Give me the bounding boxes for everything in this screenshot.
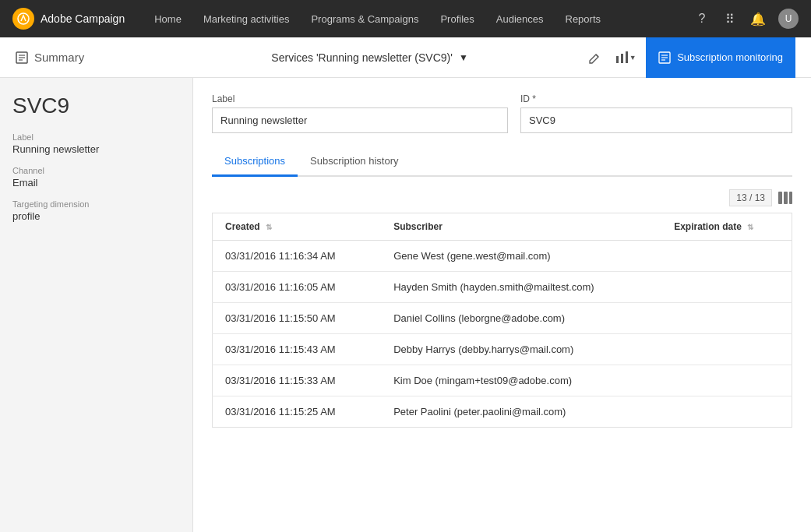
table-row[interactable]: 03/31/2016 11:16:34 AM Gene West (gene.w… — [213, 241, 792, 272]
id-field-label: ID * — [520, 93, 792, 104]
nav-audiences[interactable]: Audiences — [485, 0, 555, 37]
nav-reports[interactable]: Reports — [555, 0, 612, 37]
tab-subscription-history[interactable]: Subscription history — [298, 149, 411, 177]
cell-created: 03/31/2016 11:16:05 AM — [213, 272, 382, 303]
subscription-monitoring-label: Subscription monitoring — [677, 51, 783, 63]
svg-rect-13 — [778, 192, 782, 204]
sidebar: SVC9 Label Running newsletter Channel Em… — [0, 78, 193, 532]
nav-home[interactable]: Home — [143, 0, 192, 37]
pagination-info: 13 / 13 — [729, 189, 772, 206]
help-icon[interactable]: ? — [694, 11, 710, 26]
cell-subscriber: Daniel Collins (leborgne@adobe.com) — [381, 303, 661, 334]
sidebar-targeting-field: Targeting dimension profile — [12, 199, 180, 222]
page-header: Summary Services 'Running newsletter (SV… — [0, 37, 811, 78]
label-input[interactable] — [212, 107, 508, 133]
page-title-area: Summary — [16, 51, 156, 64]
main-content: Label ID * Subscriptions Subscription hi… — [193, 78, 811, 532]
app-name: Adobe Campaign — [41, 12, 125, 25]
table-row[interactable]: 03/31/2016 11:15:25 AM Peter Paolini (pe… — [213, 396, 792, 428]
header-actions: ▼ Subscription monitoring — [584, 37, 795, 78]
service-title-area: Services 'Running newsletter (SVC9)' ▼ — [156, 51, 584, 64]
cell-subscriber: Hayden Smith (hayden.smith@mailtest.com) — [381, 272, 661, 303]
svg-line-5 — [596, 55, 598, 57]
cell-created: 03/31/2016 11:16:34 AM — [213, 241, 382, 272]
main-layout: SVC9 Label Running newsletter Channel Em… — [0, 78, 811, 532]
table-row[interactable]: 03/31/2016 11:15:33 AM Kim Doe (mingam+t… — [213, 365, 792, 396]
sidebar-label-value: Running newsletter — [12, 143, 180, 155]
cell-subscriber: Gene West (gene.west@mail.com) — [381, 241, 661, 272]
summary-icon — [16, 51, 28, 64]
sort-expiration-icon: ⇅ — [747, 223, 753, 231]
chart-icon[interactable]: ▼ — [615, 47, 636, 69]
subscription-monitoring-button[interactable]: Subscription monitoring — [646, 37, 795, 78]
svg-rect-7 — [621, 54, 623, 63]
cell-created: 03/31/2016 11:15:43 AM — [213, 334, 382, 365]
app-logo[interactable]: Adobe Campaign — [12, 8, 125, 30]
table-toolbar: 13 / 13 — [212, 189, 792, 206]
monitoring-icon — [658, 51, 671, 64]
column-config-button[interactable] — [778, 192, 792, 204]
nav-programs[interactable]: Programs & Campaigns — [300, 0, 429, 37]
service-dropdown-icon[interactable]: ▼ — [459, 52, 468, 63]
col-created[interactable]: Created ⇅ — [213, 213, 382, 241]
nav-marketing[interactable]: Marketing activities — [192, 0, 301, 37]
sidebar-label-field: Label Running newsletter — [12, 132, 180, 155]
edit-button[interactable] — [584, 47, 605, 69]
tab-subscriptions[interactable]: Subscriptions — [212, 149, 298, 177]
col-subscriber: Subscriber — [381, 213, 661, 241]
cell-created: 03/31/2016 11:15:33 AM — [213, 365, 382, 396]
service-title: Services 'Running newsletter (SVC9)' — [271, 51, 453, 64]
svg-rect-14 — [784, 192, 788, 204]
sidebar-channel-field: Channel Email — [12, 166, 180, 188]
nav-profiles[interactable]: Profiles — [429, 0, 485, 37]
sidebar-channel-value: Email — [12, 177, 180, 188]
cell-expiration — [661, 303, 792, 334]
sidebar-channel-header: Channel — [12, 166, 180, 175]
label-field-label: Label — [212, 93, 508, 104]
user-avatar[interactable]: U — [778, 9, 799, 29]
cell-subscriber: Peter Paolini (peter.paolini@mail.com) — [381, 396, 661, 428]
sidebar-label-header: Label — [12, 132, 180, 142]
svg-rect-8 — [626, 51, 628, 63]
col-expiration[interactable]: Expiration date ⇅ — [661, 213, 792, 241]
cell-created: 03/31/2016 11:15:50 AM — [213, 303, 382, 334]
svg-rect-15 — [789, 192, 792, 204]
sidebar-targeting-header: Targeting dimension — [12, 199, 180, 209]
tab-bar: Subscriptions Subscription history — [212, 149, 792, 177]
logo-icon — [12, 8, 34, 30]
cell-created: 03/31/2016 11:15:25 AM — [213, 396, 382, 428]
cell-expiration — [661, 334, 792, 365]
sort-created-icon: ⇅ — [266, 223, 272, 231]
sidebar-targeting-value: profile — [12, 210, 180, 222]
cell-subscriber: Kim Doe (mingam+test09@adobe.com) — [381, 365, 661, 396]
form-row: Label ID * — [212, 93, 792, 133]
label-field-group: Label — [212, 93, 508, 133]
apps-icon[interactable]: ⠿ — [722, 11, 738, 26]
service-id: SVC9 — [12, 93, 180, 118]
cell-expiration — [661, 365, 792, 396]
table-row[interactable]: 03/31/2016 11:16:05 AM Hayden Smith (hay… — [213, 272, 792, 303]
cell-expiration — [661, 396, 792, 428]
notifications-icon[interactable]: 🔔 — [750, 11, 766, 26]
svg-rect-6 — [616, 56, 619, 63]
cell-subscriber: Debby Harrys (debby.harrys@mail.com) — [381, 334, 661, 365]
table-row[interactable]: 03/31/2016 11:15:50 AM Daniel Collins (l… — [213, 303, 792, 334]
cell-expiration — [661, 241, 792, 272]
top-navigation: Adobe Campaign Home Marketing activities… — [0, 0, 811, 37]
id-field-group: ID * — [520, 93, 792, 133]
id-input[interactable] — [520, 107, 792, 133]
table-row[interactable]: 03/31/2016 11:15:43 AM Debby Harrys (deb… — [213, 334, 792, 365]
cell-expiration — [661, 272, 792, 303]
subscriptions-table: Created ⇅ Subscriber Expiration date ⇅ 0… — [212, 213, 792, 428]
page-title: Summary — [34, 51, 84, 64]
